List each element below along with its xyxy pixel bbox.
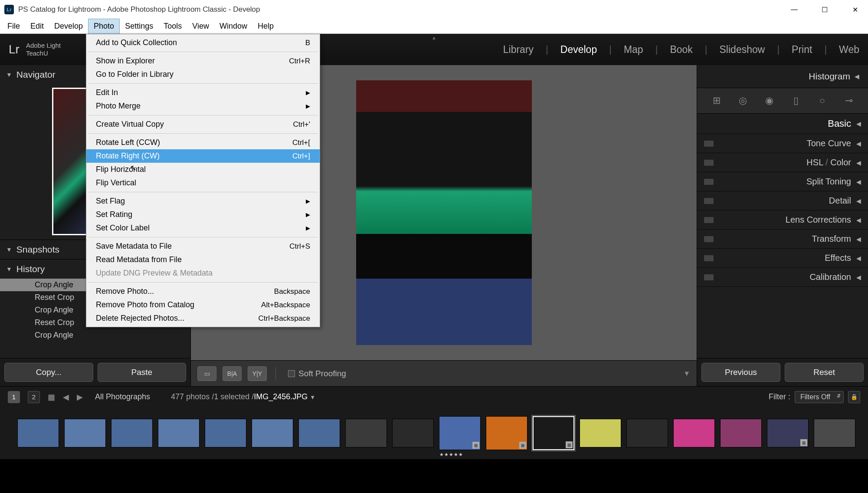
filmstrip[interactable]: ★★★★★⊞⊞⊞⊞	[0, 407, 868, 459]
menu-item-rotate-right-cw[interactable]: Rotate Right (CW)Ctrl+]	[86, 149, 320, 163]
loupe-view-button[interactable]: ▭	[197, 366, 216, 381]
histogram-header[interactable]: Histogram ◀	[697, 65, 868, 88]
menu-item-set-flag[interactable]: Set Flag▶	[86, 194, 320, 208]
copy-button[interactable]: Copy...	[4, 363, 93, 382]
previous-button[interactable]: Previous	[701, 363, 780, 382]
panel-calibration[interactable]: Calibration◀	[697, 268, 868, 287]
panel-toggle-switch[interactable]	[704, 217, 714, 223]
menu-tools[interactable]: Tools	[158, 19, 187, 33]
filmstrip-thumbnail[interactable]	[252, 419, 293, 447]
menu-develop[interactable]: Develop	[49, 19, 88, 33]
adjustment-brush-tool-icon[interactable]: ⊸	[839, 92, 858, 109]
module-library[interactable]: Library	[503, 44, 534, 56]
maximize-button[interactable]: ☐	[816, 3, 833, 16]
menu-item-set-color-label[interactable]: Set Color Label▶	[86, 221, 320, 235]
filter-lock-icon[interactable]: 🔒	[848, 391, 860, 403]
panel-toggle-switch[interactable]	[704, 274, 714, 280]
soft-proofing-toggle[interactable]: Soft Proofing	[288, 369, 346, 378]
reset-button[interactable]: Reset	[785, 363, 864, 382]
filmstrip-thumbnail[interactable]: ⊞	[486, 416, 527, 450]
menu-help[interactable]: Help	[252, 19, 279, 33]
panel-toggle-switch[interactable]	[704, 198, 714, 204]
menu-item-delete-rejected-photos[interactable]: Delete Rejected Photos...Ctrl+Backspace	[86, 312, 320, 325]
graduated-filter-tool-icon[interactable]: ▯	[786, 92, 806, 109]
before-after-tb-button[interactable]: Y|Y	[248, 366, 267, 381]
chevron-down-icon[interactable]: ▼	[310, 394, 315, 401]
module-print[interactable]: Print	[792, 44, 812, 56]
filmstrip-thumbnail[interactable]: ⊞	[533, 416, 574, 450]
filmstrip-thumbnail[interactable]	[158, 419, 200, 447]
menu-item-rotate-left-ccw[interactable]: Rotate Left (CCW)Ctrl+[	[86, 136, 320, 149]
panel-hsl-color[interactable]: HSL / Color◀	[697, 153, 868, 172]
filmstrip-thumbnail[interactable]	[64, 419, 106, 447]
close-button[interactable]: ✕	[846, 3, 864, 16]
filmstrip-thumbnail[interactable]	[673, 419, 715, 447]
filmstrip-thumbnail[interactable]	[392, 419, 434, 447]
menu-item-add-to-quick-collection[interactable]: Add to Quick CollectionB	[86, 36, 320, 49]
panel-toggle-switch[interactable]	[704, 179, 714, 185]
menu-item-edit-in[interactable]: Edit In▶	[86, 86, 320, 99]
minimize-button[interactable]: —	[786, 3, 803, 16]
history-item[interactable]: Crop Angle	[0, 329, 190, 342]
filmstrip-thumbnail[interactable]	[345, 419, 387, 447]
panel-toggle-switch[interactable]	[704, 141, 714, 147]
filmstrip-thumbnail[interactable]	[720, 419, 762, 447]
main-window-tab[interactable]: 1	[8, 391, 20, 403]
menu-item-go-to-folder-in-library[interactable]: Go to Folder in Library	[86, 68, 320, 81]
before-after-lr-button[interactable]: B|A	[223, 366, 242, 381]
filmstrip-thumbnail[interactable]: ★★★★★⊞	[439, 416, 481, 450]
menu-item-remove-photo[interactable]: Remove Photo...Backspace	[86, 285, 320, 298]
grid-view-icon[interactable]: ▦	[48, 392, 55, 402]
spot-removal-tool-icon[interactable]: ◎	[734, 92, 753, 109]
filter-dropdown[interactable]: Filters Off ⇵	[795, 391, 844, 403]
menu-view[interactable]: View	[187, 19, 214, 33]
module-slideshow[interactable]: Slideshow	[720, 44, 765, 56]
menu-window[interactable]: Window	[214, 19, 252, 33]
panel-split-toning[interactable]: Split Toning◀	[697, 172, 868, 191]
collapse-header-icon[interactable]: ▲	[432, 35, 437, 41]
menu-item-photo-merge[interactable]: Photo Merge▶	[86, 99, 320, 113]
panel-effects[interactable]: Effects◀	[697, 249, 868, 268]
panel-detail[interactable]: Detail◀	[697, 191, 868, 210]
filmstrip-thumbnail[interactable]	[298, 419, 340, 447]
menu-item-create-virtual-copy[interactable]: Create Virtual CopyCtrl+'	[86, 118, 320, 131]
menu-item-set-rating[interactable]: Set Rating▶	[86, 208, 320, 221]
panel-toggle-switch[interactable]	[704, 160, 714, 166]
nav-forward-icon[interactable]: ▶	[77, 392, 83, 402]
menu-item-show-in-explorer[interactable]: Show in ExplorerCtrl+R	[86, 54, 320, 68]
panel-basic[interactable]: Basic◀	[697, 114, 868, 134]
module-map[interactable]: Map	[624, 44, 643, 56]
checkbox-icon[interactable]	[288, 370, 295, 377]
menu-item-read-metadata-from-file[interactable]: Read Metadata from File	[86, 253, 320, 266]
filmstrip-thumbnail[interactable]	[626, 419, 668, 447]
filmstrip-thumbnail[interactable]	[17, 419, 59, 447]
module-web[interactable]: Web	[839, 44, 859, 56]
radial-filter-tool-icon[interactable]: ○	[813, 92, 832, 109]
panel-lens-corrections[interactable]: Lens Corrections◀	[697, 210, 868, 230]
collection-name[interactable]: All Photographs	[95, 392, 150, 401]
module-develop[interactable]: Develop	[560, 44, 597, 56]
module-book[interactable]: Book	[670, 44, 692, 56]
menu-edit[interactable]: Edit	[25, 19, 49, 33]
menu-settings[interactable]: Settings	[120, 19, 158, 33]
panel-tone-curve[interactable]: Tone Curve◀	[697, 134, 868, 153]
panel-toggle-switch[interactable]	[704, 255, 714, 261]
panel-toggle-switch[interactable]	[704, 236, 714, 242]
panel-transform[interactable]: Transform◀	[697, 230, 868, 249]
menu-item-flip-vertical[interactable]: Flip Vertical	[86, 176, 320, 190]
paste-button[interactable]: Paste	[98, 363, 187, 382]
toolbar-dropdown-icon[interactable]: ▼	[683, 370, 690, 378]
menu-file[interactable]: File	[2, 19, 25, 33]
filmstrip-thumbnail[interactable]	[814, 419, 855, 447]
second-window-tab[interactable]: 2	[28, 391, 40, 403]
filmstrip-thumbnail[interactable]	[111, 419, 153, 447]
menu-item-flip-horizontal[interactable]: Flip Horizontal	[86, 163, 320, 176]
nav-back-icon[interactable]: ◀	[63, 392, 69, 402]
filmstrip-thumbnail[interactable]	[205, 419, 246, 447]
filmstrip-thumbnail[interactable]	[580, 419, 621, 447]
menu-photo[interactable]: Photo	[88, 19, 120, 34]
menu-item-remove-photo-from-catalog[interactable]: Remove Photo from CatalogAlt+Backspace	[86, 298, 320, 312]
crop-tool-icon[interactable]: ⊞	[707, 92, 726, 109]
filmstrip-thumbnail[interactable]: ⊞	[767, 419, 809, 447]
redeye-tool-icon[interactable]: ◉	[760, 92, 779, 109]
